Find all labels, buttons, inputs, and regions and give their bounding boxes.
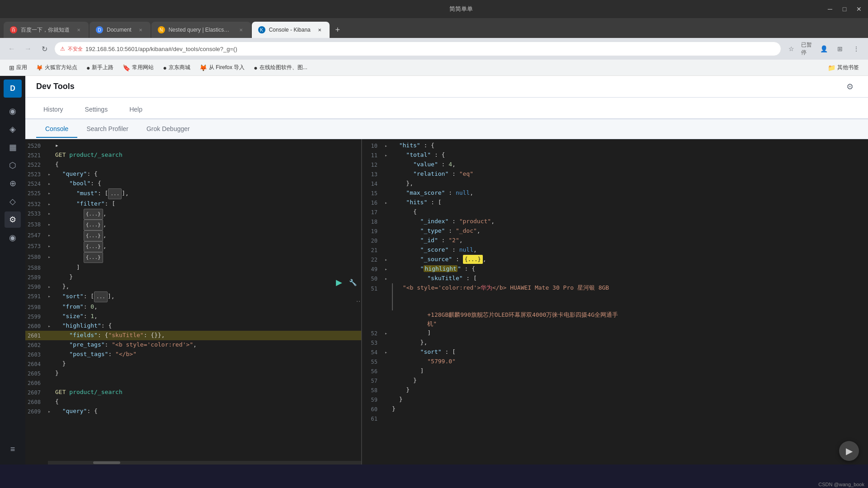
code-line-2604: 2604 } [25,359,362,369]
tab-label-3: Nested query | Elasticsearc... [169,27,232,33]
result-line-11: 11 ▸ "total" : { [362,150,868,160]
tab-kibana[interactable]: K Console - Kibana ✕ [252,22,330,38]
bookmarks-bar: ⊞应用 🦊火狐官方站点 ●新手上路 🔖常用网站 ●京东商城 🦊从 Firefox… [0,60,868,76]
sidebar-item-monitoring[interactable]: ◉ [5,230,21,246]
sidebar-icons: D ◉ ◈ ▦ ⬡ ⊕ ◇ ⚙ ◉ ≡ [0,76,25,465]
result-line-16: 16 ▸ "hits" : [ [362,198,868,207]
tab-close-1[interactable]: ✕ [75,26,82,33]
result-line-18: 18 "_index" : "product", [362,217,868,226]
bookmark-import[interactable]: 🦊从 Firefox 导入 [196,62,248,73]
bookmark-drawing[interactable]: ●在线绘图软件、图... [250,62,311,73]
result-line-13: 13 "relation" : "eq" [362,169,868,179]
code-line-2521: 2521 GET product/_search [25,150,362,160]
h-scrollbar[interactable] [48,461,362,465]
kibana-logo[interactable]: D [4,80,22,98]
app-container: D ◉ ◈ ▦ ⬡ ⊕ ◇ ⚙ ◉ ≡ Dev Tools ⚙ History … [0,76,868,465]
pane-divider[interactable]: ⋮ [358,139,362,465]
main-content: Dev Tools ⚙ History Settings Help Consol… [25,76,868,465]
refresh-btn[interactable]: ↻ [38,42,51,55]
run-btn[interactable]: ▶ [334,277,344,288]
code-line-2533: 2533 ▸ {...}, [25,209,362,220]
sidebar-item-ml[interactable]: ◇ [5,193,21,210]
wrench-btn[interactable]: 🔧 [347,277,358,288]
nav-bar: History Settings Help [25,98,868,119]
code-line-2606: 2606 [25,378,362,388]
sidebar-item-canvas[interactable]: ⬡ [5,157,21,174]
app-header-right: ⚙ [843,80,857,94]
tab-bar: 百 百度一下，你就知道 ✕ D Document ✕ N Nested quer… [0,18,868,38]
code-line-2523: 2523 ▸ "query": { [25,169,362,179]
title-text: 简简单单 [449,5,473,13]
sidebar-item-devtools[interactable]: ⚙ [5,211,21,228]
result-line-58: 58 } [362,385,868,395]
code-line-2524: 2524 ▸ "bool": { [25,179,362,188]
tab-close-4[interactable]: ✕ [316,26,323,33]
title-bar: 简简单单 ─ □ ✕ [0,0,868,18]
result-line-59: 59 } [362,395,868,404]
bookmark-other[interactable]: 📁其他书签 [824,62,863,73]
maximize-btn[interactable]: □ [841,5,848,13]
extensions-icon[interactable]: ⊞ [834,42,846,55]
code-line-2520: 2520 ▸ [25,141,362,150]
code-line-2607: 2607 GET product/_search [25,388,362,397]
editor-pane: 2520 ▸ 2521 GET product/_search 2522 [25,139,362,465]
tool-tab-search-profiler[interactable]: Search Profiler [77,121,137,138]
code-editor[interactable]: 2520 ▸ 2521 GET product/_search 2522 [25,139,362,465]
tool-tab-grok-debugger[interactable]: Grok Debugger [137,121,199,138]
menu-icon[interactable]: ⋮ [850,42,863,55]
settings-icon-btn[interactable]: ⚙ [843,80,857,94]
code-line-2609: 2609 ▸ "query": { [25,407,362,416]
action-icons: ▶ 🔧 [334,277,358,288]
play-btn-overlay[interactable]: ▶ [839,441,859,461]
result-line-15: 15 "max_score" : null, [362,188,868,198]
sidebar-item-management[interactable]: ≡ [5,441,21,457]
result-line-53: 53 }, [362,338,868,347]
code-line-2591: 2591 ▸ "sort": [...], [25,291,362,302]
bookmark-jd[interactable]: ●京东商城 [159,62,193,73]
result-line-22: 22 ▸ "_source" : {...}, [362,255,868,264]
result-line-61: 61 [362,414,868,423]
code-line-2599: 2599 "size": 1, [25,312,362,321]
app-header: Dev Tools ⚙ [25,76,868,98]
tab-favicon-2: D [96,26,103,33]
bookmark-icon[interactable]: ☆ [785,42,797,55]
tab-document[interactable]: D Document ✕ [90,22,151,38]
pause-icon[interactable]: 已暂停 [801,42,814,55]
code-line-2602: 2602 "pre_tags": "<b style='color:red'>"… [25,340,362,350]
code-line-2532: 2532 ▸ "filter": [ [25,199,362,209]
forward-btn[interactable]: → [22,42,34,55]
nav-tab-history[interactable]: History [33,100,74,119]
result-line-19: 19 "_type" : "_doc", [362,226,868,236]
back-btn[interactable]: ← [5,42,18,55]
result-editor[interactable]: 10 ▸ "hits" : { 11 ▸ "total" : { 12 [362,139,868,465]
tab-close-2[interactable]: ✕ [137,26,144,33]
tab-baidu[interactable]: 百 百度一下，你就知道 ✕ [4,22,89,38]
code-line-2598: 2598 "from": 0, [25,302,362,312]
result-line-20: 20 "_id" : "2", [362,236,868,245]
close-btn[interactable]: ✕ [855,5,863,13]
result-line-55: 55 "5799.0" [362,357,868,366]
minimize-btn[interactable]: ─ [826,5,834,13]
bookmark-newuser[interactable]: ●新手上路 [83,62,117,73]
address-bar-row: ← → ↻ ⚠ 不安全 192.168.56.10:5601/app/kiban… [0,38,868,60]
sidebar-item-dashboard[interactable]: ▦ [5,139,21,155]
profile-icon[interactable]: 👤 [817,42,830,55]
bookmark-common[interactable]: 🔖常用网站 [119,62,157,73]
nav-tab-help[interactable]: Help [118,100,153,119]
sidebar-item-visualize[interactable]: ◈ [5,121,21,137]
sidebar-item-maps[interactable]: ⊕ [5,175,21,192]
code-line-2573: 2573 ▸ {...}, [25,241,362,252]
tab-nested-query[interactable]: N Nested query | Elasticsearc... ✕ [151,22,251,38]
bookmark-firefox[interactable]: 🦊火狐官方站点 [33,62,81,73]
sidebar-item-discover[interactable]: ◉ [5,103,21,119]
result-line-50: 50 ▸ "skuTitle" : [ [362,274,868,283]
pause-label: 已暂停 [801,41,814,56]
address-input[interactable]: ⚠ 不安全 192.168.56.10:5601/app/kibana#/dev… [54,42,781,56]
tab-close-3[interactable]: ✕ [237,26,245,33]
tab-favicon-4: K [258,26,265,33]
new-tab-btn[interactable]: + [330,22,345,38]
tool-tab-console[interactable]: Console [36,121,77,138]
nav-tab-settings[interactable]: Settings [74,100,119,119]
bookmark-apps[interactable]: ⊞应用 [5,62,31,73]
result-line-51: 51 "<b style='color:red'>华为</b> HUAWEI M… [362,283,868,328]
